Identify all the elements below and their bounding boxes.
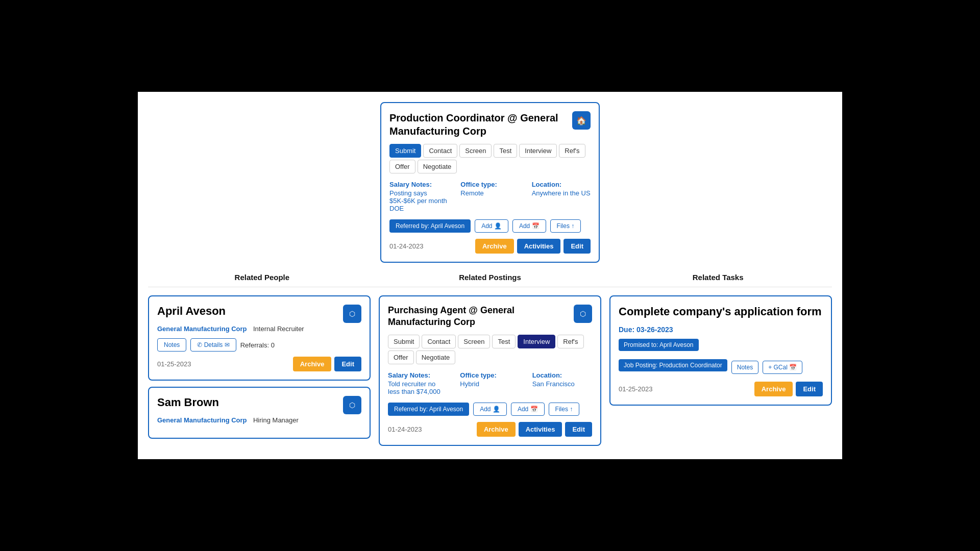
p-referred-badge: Referred by: April Aveson [388,403,469,416]
sam-name: Sam Brown [157,396,361,409]
tab-negotiate[interactable]: Negotiate [418,160,457,173]
task-notes-button[interactable]: Notes [731,361,758,374]
task-job-posting-tag: Job Posting: Production Coordinator [619,359,727,371]
top-card-footer-buttons: Archive Activities Edit [475,239,591,254]
ptab-refs[interactable]: Ref's [557,335,583,348]
p-salary-col: Salary Notes: Told recruiter no less tha… [388,371,448,395]
purchasing-archive-button[interactable]: Archive [477,422,516,437]
activities-button[interactable]: Activities [517,239,561,254]
april-network-button[interactable]: ⬡ [343,305,361,323]
files-button[interactable]: Files ↑ [550,219,581,233]
salary-col: Salary Notes: Posting says $5K-$6K per m… [389,181,448,212]
p-location-col: Location: San Francisco [532,371,592,395]
top-card-title-wrapper: Production Coordinator @ General Manufac… [389,111,591,138]
top-card-tabs: Submit Contact Screen Test Interview Ref… [389,144,591,173]
related-tasks-header: Related Tasks [604,273,832,287]
ptab-negotiate[interactable]: Negotiate [416,350,456,364]
postings-column: Purchasing Agent @ General Manufacturing… [379,295,601,446]
add-cal-button[interactable]: Add 📅 [512,219,546,233]
tab-interview[interactable]: Interview [519,144,557,158]
task-gcal-button[interactable]: + GCal 📅 [763,361,802,374]
bottom-section: April Aveson ⬡ General Manufacturing Cor… [148,295,832,446]
top-job-card: Production Coordinator @ General Manufac… [380,102,600,263]
sam-title-wrapper: Sam Brown ⬡ [157,396,361,409]
p-files-button[interactable]: Files ↑ [549,403,580,416]
task-archive-button[interactable]: Archive [754,382,793,396]
location-label: Location: [532,181,591,188]
tab-submit[interactable]: Submit [389,144,421,158]
posting-card-purchasing: Purchasing Agent @ General Manufacturing… [379,295,601,446]
ptab-offer[interactable]: Offer [388,350,414,364]
p-salary-value: Told recruiter no less than $74,000 [388,380,448,395]
purchasing-network-button[interactable]: ⬡ [574,305,592,323]
purchasing-footer: 01-24-2023 Archive Activities Edit [388,422,592,437]
tab-offer[interactable]: Offer [389,160,415,173]
april-name: April Aveson [157,305,361,318]
purchasing-date: 01-24-2023 [388,425,422,433]
p-office-value: Hybrid [460,380,520,388]
add-contact-button[interactable]: Add 👤 [475,219,508,233]
task-card-application: Complete company's application form Due:… [609,295,832,406]
task-promised-tag: Promised to: April Aveson [619,339,699,351]
top-section: Production Coordinator @ General Manufac… [148,102,832,263]
purchasing-edit-button[interactable]: Edit [565,422,592,437]
people-column: April Aveson ⬡ General Manufacturing Cor… [148,295,371,446]
april-actions: Notes ✆ Details ✉ Referrals: 0 [157,338,361,352]
p-add-cal-button[interactable]: Add 📅 [511,403,545,416]
salary-label: Salary Notes: [389,181,448,188]
april-company: General Manufacturing Corp [157,325,247,333]
office-col: Office type: Remote [460,181,519,212]
tab-contact[interactable]: Contact [423,144,457,158]
top-card-footer: 01-24-2023 Archive Activities Edit [389,239,591,254]
tasks-column: Complete company's application form Due:… [609,295,832,446]
april-details-button[interactable]: ✆ Details ✉ [190,338,236,352]
ptab-contact[interactable]: Contact [422,335,456,348]
ptab-submit[interactable]: Submit [388,335,420,348]
p-office-col: Office type: Hybrid [460,371,520,395]
april-footer: 01-25-2023 Archive Edit [157,357,361,371]
april-notes-button[interactable]: Notes [157,338,186,352]
april-role: Internal Recruiter [253,325,304,333]
tab-refs[interactable]: Ref's [559,144,585,158]
tab-test[interactable]: Test [494,144,517,158]
purchasing-title: Purchasing Agent @ General Manufacturing… [388,305,592,329]
related-people-header: Related People [148,273,376,287]
archive-button[interactable]: Archive [475,239,514,254]
april-company-row: General Manufacturing Corp Internal Recr… [157,324,361,333]
ptab-interview[interactable]: Interview [518,335,555,348]
p-add-contact-button[interactable]: Add 👤 [473,403,507,416]
office-value: Remote [460,189,519,197]
sections-bar: Related People Related Postings Related … [148,273,832,287]
office-label: Office type: [460,181,519,188]
purchasing-title-wrapper: Purchasing Agent @ General Manufacturing… [388,305,592,329]
app-container: Production Coordinator @ General Manufac… [138,92,842,459]
related-postings-header: Related Postings [376,273,604,287]
tab-screen[interactable]: Screen [459,144,492,158]
april-date: 01-25-2023 [157,360,191,368]
edit-button[interactable]: Edit [564,239,591,254]
p-office-label: Office type: [460,371,520,379]
sam-company: General Manufacturing Corp [157,416,247,424]
referred-badge: Referred by: April Aveson [389,219,471,233]
task-date: 01-25-2023 [619,385,653,393]
top-card-title: Production Coordinator @ General Manufac… [389,111,591,138]
april-archive-button[interactable]: Archive [293,357,332,371]
sam-network-button[interactable]: ⬡ [343,396,361,414]
home-button[interactable]: 🏠 [572,111,591,130]
purchasing-activities-button[interactable]: Activities [519,422,562,437]
person-card-sam: Sam Brown ⬡ General Manufacturing Corp H… [148,387,371,439]
top-card-info: Salary Notes: Posting says $5K-$6K per m… [389,181,591,212]
salary-value: Posting says $5K-$6K per month DOE [389,189,448,212]
task-tags-row: Job Posting: Production Coordinator Note… [619,359,823,375]
ptab-test[interactable]: Test [492,335,516,348]
task-footer: 01-25-2023 Archive Edit [619,382,823,396]
purchasing-actions: Referred by: April Aveson Add 👤 Add 📅 Fi… [388,403,592,416]
purchasing-footer-buttons: Archive Activities Edit [477,422,592,437]
task-edit-button[interactable]: Edit [796,382,823,396]
task-due-date: Due: 03-26-2023 [619,325,823,334]
ptab-screen[interactable]: Screen [458,335,490,348]
p-location-value: San Francisco [532,380,592,388]
april-referrals: Referrals: 0 [240,341,275,349]
person-card-april: April Aveson ⬡ General Manufacturing Cor… [148,295,371,381]
april-edit-button[interactable]: Edit [334,357,361,371]
